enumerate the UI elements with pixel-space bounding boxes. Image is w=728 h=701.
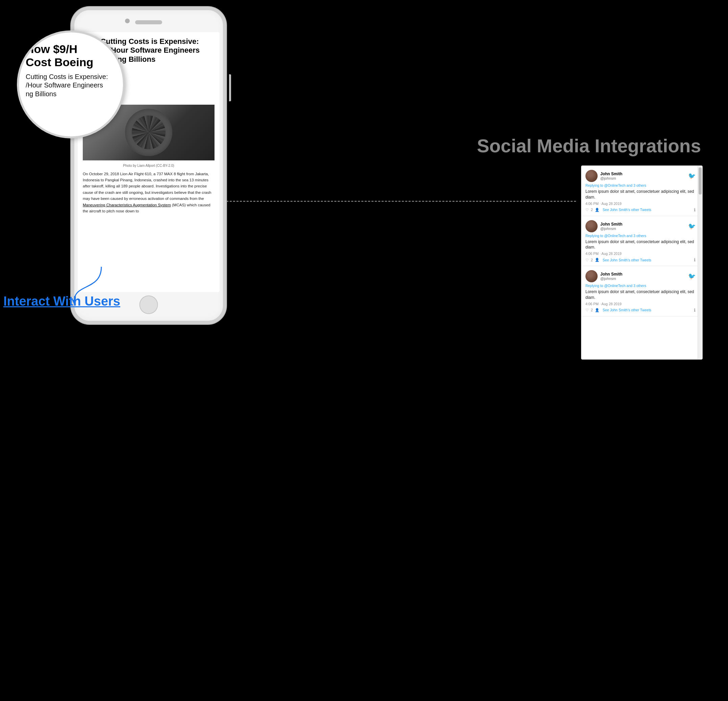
phone-camera	[125, 19, 130, 23]
tweet-name-3: John Smith	[600, 272, 622, 277]
twitter-bird-icon-1: 🐦	[688, 172, 696, 180]
photo-credit: Photo by Liam Allport (CC-BY-2.0)	[83, 163, 215, 168]
phone-power-button[interactable]	[229, 74, 231, 101]
phone-speaker	[135, 20, 162, 24]
tweet-handle-1: @johnsm	[600, 176, 622, 180]
tweet-actions-3: ♡ 2 👤 See John Smith's other Tweets ℹ	[585, 308, 696, 313]
tweet-user-icon-3: 👤	[595, 308, 599, 312]
interact-label: Interact With Users	[3, 294, 120, 309]
tweet-avatar-1	[585, 170, 598, 182]
tweet-avatar-3	[585, 270, 598, 282]
tweet-reply-3: Replying to @OnlineTech and 3 others	[585, 284, 696, 288]
article-body: On October 29, 2018 Lion Air Flight 610,…	[83, 171, 215, 214]
tweet-user-row-3: John Smith @johnsm	[585, 270, 622, 282]
tweet-card-2: John Smith @johnsm 🐦 Replying to @Online…	[581, 216, 702, 267]
tweet-like-icon-3[interactable]: ♡	[585, 308, 589, 312]
tweet-handle-3: @johnsm	[600, 277, 622, 281]
tweet-actions-2: ♡ 2 👤 See John Smith's other Tweets ℹ	[585, 257, 696, 263]
tweet-user-info-3: John Smith @johnsm	[600, 272, 622, 281]
tweet-user-row-1: John Smith @johnsm	[585, 170, 622, 182]
magnify-subtitle: Cutting Costs is Expensive: /Hour Softwa…	[26, 72, 120, 98]
tweet-card-1: John Smith @johnsm 🐦 Replying to @Online…	[581, 166, 702, 216]
tweet-timestamp-2: 4:06 PM · Aug 28 2019	[585, 252, 696, 255]
social-section-title: Social Media Integrations	[477, 135, 701, 157]
tweet-user-info-2: John Smith @johnsm	[600, 222, 622, 231]
dash-connector-line	[226, 201, 576, 202]
tweet-like-icon-2[interactable]: ♡	[585, 258, 589, 262]
magnify-title-line2: Cost Boeing	[26, 56, 120, 69]
tweet-name-1: John Smith	[600, 172, 622, 176]
tweet-reply-2: Replying to @OnlineTech and 3 others	[585, 234, 696, 238]
tweet-see-more-3[interactable]: See John Smith's other Tweets	[603, 308, 651, 312]
magnify-overlay: How $9/H Cost Boeing Cutting Costs is Ex…	[17, 30, 125, 138]
tweet-body-1: Lorem ipsum dolor sit amet, consectetuer…	[585, 189, 696, 200]
interact-label-text: Interact With Users	[3, 294, 120, 309]
tweet-header-1: John Smith @johnsm 🐦	[585, 170, 696, 182]
magnify-content: How $9/H Cost Boeing Cutting Costs is Ex…	[26, 43, 120, 98]
tweet-see-more-1[interactable]: See John Smith's other Tweets	[603, 208, 651, 212]
tweet-user-icon-2: 👤	[595, 258, 599, 262]
tweet-like-icon-1[interactable]: ♡	[585, 208, 589, 212]
tweet-body-3: Lorem ipsum dolor sit amet, consectetuer…	[585, 289, 696, 300]
mcas-link[interactable]: Maneuvering Characteristics Augmentation…	[83, 203, 171, 207]
tweet-user-icon-1: 👤	[595, 208, 599, 212]
tweet-actions-1: ♡ 2 👤 See John Smith's other Tweets ℹ	[585, 207, 696, 212]
engine-image	[125, 109, 172, 156]
scrollbar-thumb[interactable]	[699, 167, 702, 195]
tweet-reply-1: Replying to @OnlineTech and 3 others	[585, 183, 696, 188]
tweet-body-2: Lorem ipsum dolor sit amet, consectetuer…	[585, 239, 696, 251]
tweet-like-count-1: 2	[591, 208, 593, 212]
tweet-see-more-2[interactable]: See John Smith's other Tweets	[603, 258, 651, 262]
tweet-handle-2: @johnsm	[600, 226, 622, 231]
tweet-like-count-3: 2	[591, 308, 593, 312]
twitter-bird-icon-2: 🐦	[688, 222, 696, 230]
tweet-info-icon-2[interactable]: ℹ	[694, 257, 696, 263]
twitter-feed-panel: John Smith @johnsm 🐦 Replying to @Online…	[581, 166, 703, 360]
scrollbar[interactable]	[698, 166, 702, 359]
magnify-title-line1: How $9/H	[26, 43, 120, 56]
tweet-like-count-2: 2	[591, 258, 593, 262]
tweet-info-icon-3[interactable]: ℹ	[694, 308, 696, 313]
tweet-info-icon-1[interactable]: ℹ	[694, 207, 696, 212]
tweet-user-info-1: John Smith @johnsm	[600, 172, 622, 180]
engine-blades	[132, 115, 166, 149]
tweet-card-3: John Smith @johnsm 🐦 Replying to @Online…	[581, 266, 702, 316]
tweet-user-row-2: John Smith @johnsm	[585, 220, 622, 232]
twitter-bird-icon-3: 🐦	[688, 273, 696, 280]
tweet-timestamp-3: 4:06 PM · Aug 28 2019	[585, 302, 696, 306]
tweet-name-2: John Smith	[600, 222, 622, 226]
tweet-avatar-2	[585, 220, 598, 232]
phone-home-button[interactable]	[140, 296, 158, 314]
tweet-header-2: John Smith @johnsm 🐦	[585, 220, 696, 232]
tweet-timestamp-1: 4:06 PM · Aug 28 2019	[585, 202, 696, 206]
tweet-header-3: John Smith @johnsm 🐦	[585, 270, 696, 282]
